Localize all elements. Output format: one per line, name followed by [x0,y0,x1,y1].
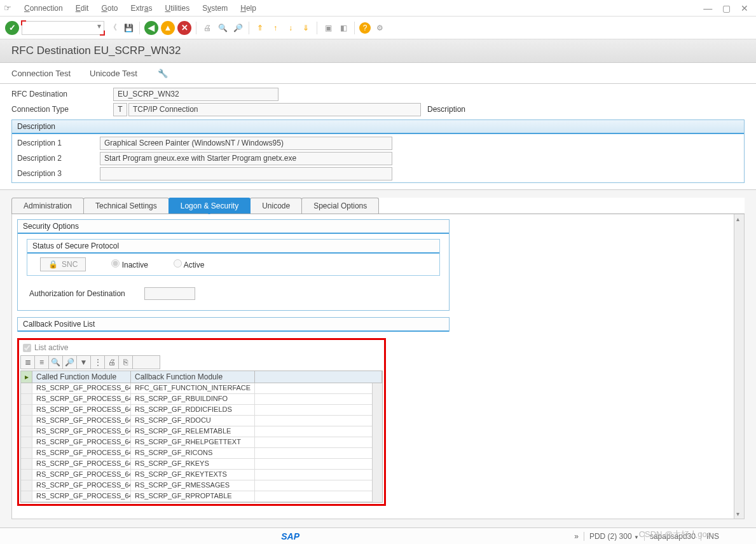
tab-logon-security[interactable]: Logon & Security [168,198,251,214]
page-title: RFC Destination EU_SCRP_WN32 [0,39,756,63]
grid-find-icon[interactable]: 🔍 [49,356,63,369]
unicode-test-link[interactable]: Unicode Test [90,69,137,78]
conn-type-label: Connection Type [11,105,113,114]
security-options-title: Security Options [18,220,449,234]
snc-status-title: Status of Secure Protocol [27,240,439,254]
header-form: RFC Destination EU_SCRP_WN32 Connection … [0,84,756,190]
callback-title: Callback Positive List [18,318,449,332]
grid-toolbar: ≣ ≡ 🔍 🔎 ▼ ⋮ 🖨 ⎘ [20,355,160,369]
desc2-value[interactable]: Start Program gneux.exe with Starter Pro… [100,152,392,165]
menu-utilities[interactable]: Utilities [165,4,189,13]
grid-scrollbar[interactable] [372,383,382,502]
radio-active[interactable]: Active [174,259,204,269]
grid-col2-header[interactable]: Callback Function Module [131,371,255,383]
tool-icon[interactable]: 🔧 [156,67,169,79]
table-row[interactable]: RS_SCRP_GF_PROCESS_640RS_SCRP_GF_RDOCU [21,416,382,426]
status-session[interactable]: PDD (2) 300 ▼ [584,532,639,541]
menubar: ☞ Connection Edit Goto Extras Utilities … [0,0,756,17]
status-chevron[interactable]: » [574,532,579,541]
table-row[interactable]: RS_SCRP_GF_PROCESS_640RS_SCRP_GF_RICONS [21,448,382,459]
snc-button[interactable]: 🔒 SNC [40,257,86,271]
tab-unicode[interactable]: Unicode [250,198,302,214]
back-button[interactable]: ◀ [144,21,158,35]
page-up-icon[interactable]: ↑ [269,22,282,34]
page-first-icon[interactable]: ⇑ [254,22,266,34]
tab-technical-settings[interactable]: Technical Settings [83,198,169,214]
menu-edit[interactable]: Edit [76,4,89,13]
list-active-checkbox[interactable]: List active [20,341,383,354]
print-icon[interactable]: 🖨 [201,22,214,34]
table-row[interactable]: RS_SCRP_GF_PROCESS_640RFC_GET_FUNCTION_I… [21,383,382,394]
connection-test-link[interactable]: Connection Test [11,69,71,78]
grid-insert-icon[interactable]: ≣ [21,356,35,369]
tab-special-options[interactable]: Special Options [301,198,379,214]
help-icon[interactable]: ? [359,22,371,34]
page-last-icon[interactable]: ⇓ [299,22,312,34]
grid-print-icon[interactable]: 🖨 [105,356,119,369]
shortcut-icon[interactable]: ◧ [337,22,350,34]
grid-body: RS_SCRP_GF_PROCESS_640RFC_GET_FUNCTION_I… [21,383,382,502]
desc3-label: Description 3 [17,169,100,178]
table-row[interactable]: RS_SCRP_GF_PROCESS_640RS_SCRP_GF_RDDICFI… [21,405,382,416]
cancel-button[interactable]: ✕ [177,21,191,35]
grid-select-all[interactable]: ▸ [21,371,32,383]
desc1-value[interactable]: Graphical Screen Painter (WindowsNT / Wi… [100,137,392,150]
menu-extras[interactable]: Extras [130,4,152,13]
callback-grid: ▸ Called Function Module Callback Functi… [20,371,383,503]
pane-scrollbar[interactable] [734,214,744,519]
page-down-icon[interactable]: ↓ [284,22,297,34]
table-row[interactable]: RS_SCRP_GF_PROCESS_640RS_SCRP_GF_RKEYS [21,459,382,470]
settings-icon[interactable]: ⚙ [373,22,386,34]
find-next-icon[interactable]: 🔎 [231,22,244,34]
logon-security-pane: Security Options Status of Secure Protoc… [11,214,745,519]
find-icon[interactable]: 🔍 [216,22,229,34]
security-options-group: Security Options Status of Secure Protoc… [17,219,450,311]
description-title: Description [12,120,744,134]
back-icon[interactable]: 《 [107,22,120,34]
share-icon[interactable]: ☞ [4,3,11,13]
table-row[interactable]: RS_SCRP_GF_PROCESS_640RS_SCRP_GF_RMESSAG… [21,480,382,491]
conn-type-code: T [113,103,127,116]
auth-dest-label: Authorization for Destination [29,289,125,298]
tab-administration[interactable]: Administration [11,198,84,214]
table-row[interactable]: RS_SCRP_GF_PROCESS_640RS_SCRP_GF_RBUILDI… [21,394,382,405]
exit-button[interactable]: ▲ [161,21,175,35]
grid-export-icon[interactable]: ⎘ [119,356,133,369]
menu-connection[interactable]: Connection [24,4,63,13]
conn-type-desc-label: Description [427,105,465,114]
table-row[interactable]: RS_SCRP_GF_PROCESS_640RS_SCRP_GF_RKEYTEX… [21,470,382,480]
grid-sep-icon: ⋮ [91,356,105,369]
callback-highlight: List active ≣ ≡ 🔍 🔎 ▼ ⋮ 🖨 ⎘ ▸ Called Fun… [17,338,386,506]
radio-inactive[interactable]: Inactive [111,259,148,269]
window-controls[interactable]: — ▢ ✕ [703,3,752,13]
menu-system[interactable]: System [202,4,228,13]
toolbar: ✓ ▾ 《 💾 ◀ ▲ ✕ 🖨 🔍 🔎 ⇑ ↑ ↓ ⇓ ▣ ◧ ? ⚙ [0,17,756,39]
save-icon[interactable]: 💾 [122,22,135,34]
auth-dest-field[interactable] [144,287,195,300]
grid-col1-header[interactable]: Called Function Module [32,371,131,383]
table-row[interactable]: RS_SCRP_GF_PROCESS_640RS_SCRP_GF_RELEMTA… [21,426,382,437]
conn-type-value: TCP/IP Connection [128,103,421,116]
menu-help[interactable]: Help [240,4,256,13]
grid-delete-icon[interactable]: ≡ [35,356,49,369]
action-bar: Connection Test Unicode Test 🔧 [0,63,756,84]
enter-button[interactable]: ✓ [5,21,19,35]
callback-group: Callback Positive List [17,317,450,332]
new-session-icon[interactable]: ▣ [322,22,334,34]
grid-filter-icon[interactable]: ▼ [77,356,91,369]
command-field[interactable]: ▾ [22,21,104,35]
desc1-label: Description 1 [17,139,100,147]
grid-findnext-icon[interactable]: 🔎 [63,356,77,369]
watermark: CSDN @大好人goo [639,529,711,540]
desc2-label: Description 2 [17,154,100,163]
menu-goto[interactable]: Goto [101,4,118,13]
description-group: Description Description 1 Graphical Scre… [11,119,745,183]
table-row[interactable]: RS_SCRP_GF_PROCESS_640RS_SCRP_GF_RHELPGE… [21,437,382,448]
table-row[interactable]: RS_SCRP_GF_PROCESS_640RS_SCRP_GF_RPROPTA… [21,491,382,502]
desc3-value[interactable] [100,167,392,180]
rfc-dest-label: RFC Destination [11,90,113,99]
sap-logo: SAP [281,531,299,541]
tab-strip: AdministrationTechnical SettingsLogon & … [11,198,745,214]
rfc-dest-value: EU_SCRP_WN32 [113,88,278,101]
